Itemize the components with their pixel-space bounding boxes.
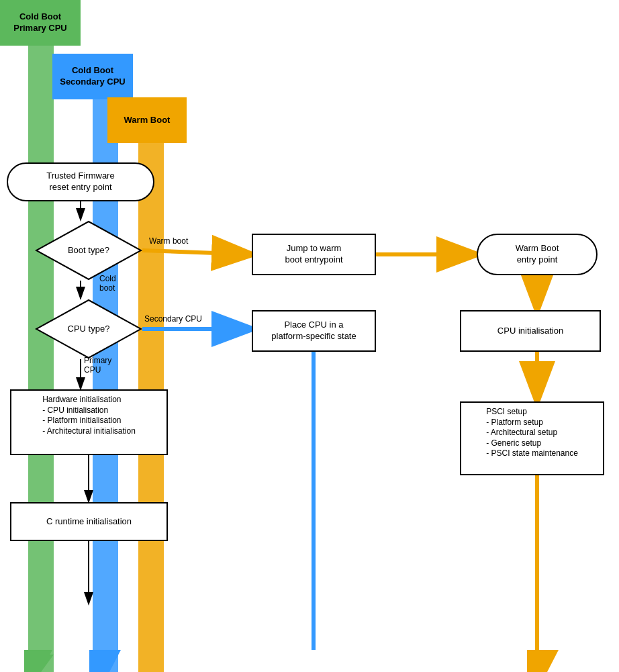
- primary-cpu-arrow-label: Primary CPU: [84, 356, 111, 375]
- cold-boot-secondary-label: Cold Boot Secondary CPU: [52, 54, 133, 99]
- psci-setup-box: PSCI setup - Platform setup - Architectu…: [460, 401, 604, 475]
- warm-boot-label: Warm Boot: [107, 97, 187, 143]
- svg-marker-7: [28, 655, 54, 672]
- svg-marker-23: [36, 222, 141, 279]
- place-cpu-box: Place CPU in a platform-specific state: [252, 310, 376, 352]
- boot-type-diamond: Boot type?: [35, 220, 142, 281]
- svg-marker-8: [24, 650, 52, 672]
- svg-marker-9: [89, 650, 121, 672]
- svg-marker-10: [527, 650, 559, 672]
- jump-to-warm-boot-box: Jump to warm boot entrypoint: [252, 234, 376, 275]
- cpu-init-box: CPU initialisation: [460, 310, 601, 352]
- cpu-type-diamond: CPU type?: [35, 299, 142, 359]
- cold-boot-arrow-label: Cold boot: [99, 274, 116, 293]
- secondary-cpu-arrow-label: Secondary CPU: [144, 314, 202, 324]
- diagram: Cold Boot Primary CPU Cold Boot Secondar…: [0, 0, 619, 672]
- cold-boot-primary-label: Cold Boot Primary CPU: [0, 0, 81, 46]
- hw-init-box: Hardware initialisation - CPU initialisa…: [10, 389, 168, 455]
- trusted-firmware-oval: Trusted Firmware reset entry point: [7, 162, 154, 201]
- svg-marker-24: [36, 300, 141, 358]
- warm-boot-entry-oval: Warm Boot entry point: [477, 234, 598, 275]
- c-runtime-box: C runtime initialisation: [10, 502, 168, 541]
- svg-line-12: [142, 250, 252, 254]
- warm-boot-arrow-label: Warm boot: [149, 236, 188, 246]
